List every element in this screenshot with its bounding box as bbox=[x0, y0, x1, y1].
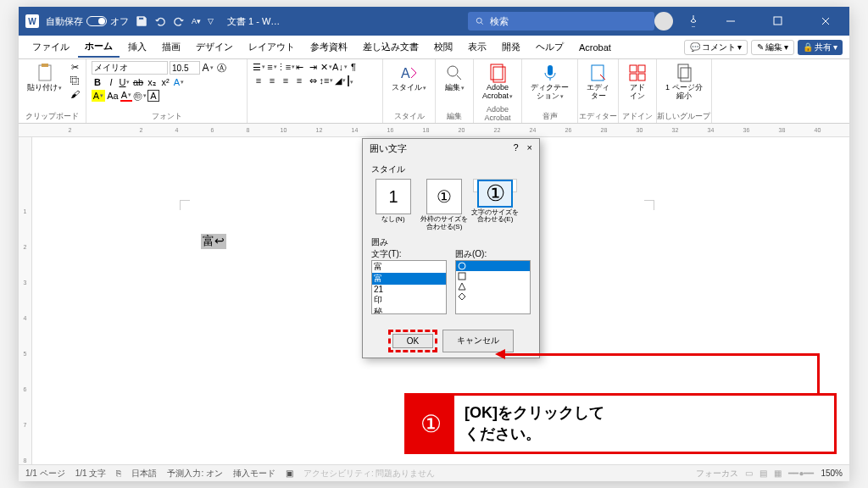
subscript-icon[interactable]: x₂ bbox=[146, 76, 158, 88]
distributed-icon[interactable]: ⇔ bbox=[307, 75, 319, 86]
style-shrink-enclosure[interactable]: ①外枠のサイズを 合わせる(S) bbox=[422, 179, 466, 231]
copy-icon[interactable]: ⿻ bbox=[69, 75, 81, 86]
redo-icon[interactable] bbox=[173, 15, 185, 27]
editing-mode-button[interactable]: ✎編集 ▾ bbox=[751, 40, 794, 55]
qat-customize[interactable]: ▽ bbox=[208, 17, 214, 25]
svg-rect-17 bbox=[459, 273, 465, 280]
highlight-icon[interactable]: A bbox=[92, 90, 105, 102]
show-marks-icon[interactable]: ¶ bbox=[348, 61, 359, 73]
bullets-icon[interactable]: ☰ bbox=[253, 61, 264, 73]
tab-help[interactable]: ヘルプ bbox=[529, 37, 570, 57]
shrink-page-button[interactable]: 1 ページ分 縮小 bbox=[662, 61, 706, 103]
change-case-icon[interactable]: Ⓐ bbox=[215, 62, 227, 74]
view-web-icon[interactable]: ▦ bbox=[774, 469, 782, 478]
word-count[interactable]: 1/1 文字 bbox=[75, 468, 107, 480]
dictate-button[interactable]: ディクテー ション bbox=[527, 61, 572, 103]
borders-icon[interactable] bbox=[348, 76, 353, 86]
comments-button[interactable]: 💬コメント ▾ bbox=[684, 40, 748, 55]
spellcheck-icon[interactable]: ⎘ bbox=[116, 469, 121, 478]
language-status[interactable]: 日本語 bbox=[131, 468, 157, 480]
coming-soon-icon[interactable] bbox=[687, 14, 700, 29]
multilevel-icon[interactable]: ⋮≡ bbox=[280, 61, 292, 73]
tab-insert[interactable]: 挿入 bbox=[121, 37, 153, 57]
editing-button[interactable]: 編集 bbox=[441, 61, 468, 94]
italic-icon[interactable]: I bbox=[105, 76, 117, 88]
dialog-title: 囲い文字 bbox=[370, 142, 407, 155]
tab-references[interactable]: 参考資料 bbox=[303, 37, 354, 57]
macro-icon[interactable]: ▣ bbox=[286, 469, 293, 478]
tab-mailings[interactable]: 差し込み文書 bbox=[356, 37, 426, 57]
format-painter-icon[interactable]: 🖌 bbox=[69, 88, 81, 100]
strikethrough-icon[interactable]: ab bbox=[132, 76, 144, 88]
svg-point-5 bbox=[448, 66, 458, 76]
tab-home[interactable]: ホーム bbox=[78, 36, 120, 58]
tab-layout[interactable]: レイアウト bbox=[242, 37, 302, 57]
align-center-icon[interactable]: ≡ bbox=[266, 75, 278, 86]
tab-developer[interactable]: 開発 bbox=[495, 37, 527, 57]
tab-acrobat[interactable]: Acrobat bbox=[572, 39, 618, 56]
minimize-button[interactable] bbox=[714, 7, 748, 36]
increase-indent-icon[interactable]: ⇥ bbox=[307, 61, 319, 73]
asian-layout-icon[interactable]: ✕ bbox=[320, 61, 332, 73]
shading-icon[interactable]: ◢ bbox=[334, 75, 346, 86]
ok-button[interactable]: OK bbox=[392, 334, 433, 348]
shape-listbox[interactable] bbox=[455, 260, 531, 314]
autosave-toggle[interactable]: 自動保存 オフ bbox=[46, 15, 129, 28]
tab-view[interactable]: 表示 bbox=[461, 37, 493, 57]
style-enlarge-enclosure[interactable]: ①文字のサイズを 合わせる(E) bbox=[473, 179, 517, 192]
qat-more[interactable]: A▾ bbox=[192, 17, 201, 25]
paste-button[interactable]: 貼り付け bbox=[24, 61, 65, 94]
horizontal-ruler[interactable]: 2246810121416182022242628303234363840 bbox=[19, 124, 849, 137]
align-left-icon[interactable]: ≡ bbox=[253, 75, 264, 86]
dialog-close-button[interactable]: × bbox=[527, 142, 532, 155]
tab-design[interactable]: デザイン bbox=[189, 37, 240, 57]
styles-button[interactable]: Aスタイル bbox=[388, 61, 430, 94]
maximize-button[interactable] bbox=[761, 7, 795, 36]
vertical-ruler[interactable]: 12345678 bbox=[19, 137, 32, 471]
sort-icon[interactable]: A↓ bbox=[334, 61, 346, 73]
line-spacing-icon[interactable]: ↕≡ bbox=[320, 75, 332, 86]
selected-text[interactable]: 富↩ bbox=[201, 234, 226, 249]
style-none[interactable]: 1なし(N) bbox=[371, 179, 415, 231]
editor-button[interactable]: エディ ター bbox=[583, 61, 613, 103]
search-input[interactable]: 検索 bbox=[468, 12, 654, 30]
share-button[interactable]: 🔒共有 ▾ bbox=[798, 40, 843, 55]
save-icon[interactable] bbox=[136, 15, 147, 27]
dialog-help-button[interactable]: ? bbox=[513, 142, 518, 155]
insert-mode[interactable]: 挿入モード bbox=[233, 468, 275, 480]
enclose-char-icon[interactable]: ㊞ bbox=[134, 90, 146, 102]
tab-file[interactable]: ファイル bbox=[25, 37, 76, 57]
accessibility-status[interactable]: アクセシビリティ: 問題ありません bbox=[303, 468, 436, 480]
phonetic-guide-icon[interactable]: Aa bbox=[107, 90, 119, 102]
page-count[interactable]: 1/1 ページ bbox=[25, 468, 65, 480]
view-print-icon[interactable]: ▤ bbox=[760, 469, 767, 478]
decrease-indent-icon[interactable]: ⇤ bbox=[293, 61, 305, 73]
superscript-icon[interactable]: x² bbox=[159, 76, 171, 88]
cut-icon[interactable]: ✂ bbox=[69, 61, 81, 73]
bold-icon[interactable]: B bbox=[92, 76, 103, 88]
predict-status[interactable]: 予測入力: オン bbox=[167, 468, 223, 480]
svg-rect-8 bbox=[548, 65, 553, 75]
close-button[interactable] bbox=[809, 7, 843, 36]
font-color-icon[interactable]: A bbox=[120, 90, 132, 102]
character-border-icon[interactable]: A bbox=[147, 90, 159, 102]
tab-review[interactable]: 校閲 bbox=[427, 37, 459, 57]
underline-icon[interactable]: U bbox=[119, 76, 131, 88]
focus-mode[interactable]: フォーカス bbox=[696, 468, 738, 480]
font-size-select[interactable] bbox=[170, 61, 200, 75]
char-listbox[interactable]: 富 富 21 印 秘 bbox=[371, 260, 447, 314]
font-name-select[interactable] bbox=[92, 61, 168, 75]
justify-icon[interactable]: ≡ bbox=[293, 75, 305, 86]
addins-button[interactable]: アド イン bbox=[624, 61, 651, 103]
undo-icon[interactable] bbox=[154, 15, 166, 27]
zoom-slider[interactable]: ━━●━━ bbox=[788, 469, 814, 478]
view-read-icon[interactable]: ▭ bbox=[745, 469, 753, 478]
grow-font-icon[interactable]: A bbox=[202, 62, 214, 74]
tab-draw[interactable]: 描画 bbox=[155, 37, 187, 57]
zoom-level[interactable]: 150% bbox=[821, 469, 843, 478]
user-avatar[interactable] bbox=[654, 12, 673, 30]
text-effects-icon[interactable]: A bbox=[173, 76, 185, 88]
instruction-callout: ① [OK]をクリックしてください。 bbox=[404, 393, 837, 454]
acrobat-button[interactable]: Adobe Acrobat bbox=[479, 61, 516, 103]
align-right-icon[interactable]: ≡ bbox=[280, 75, 292, 86]
